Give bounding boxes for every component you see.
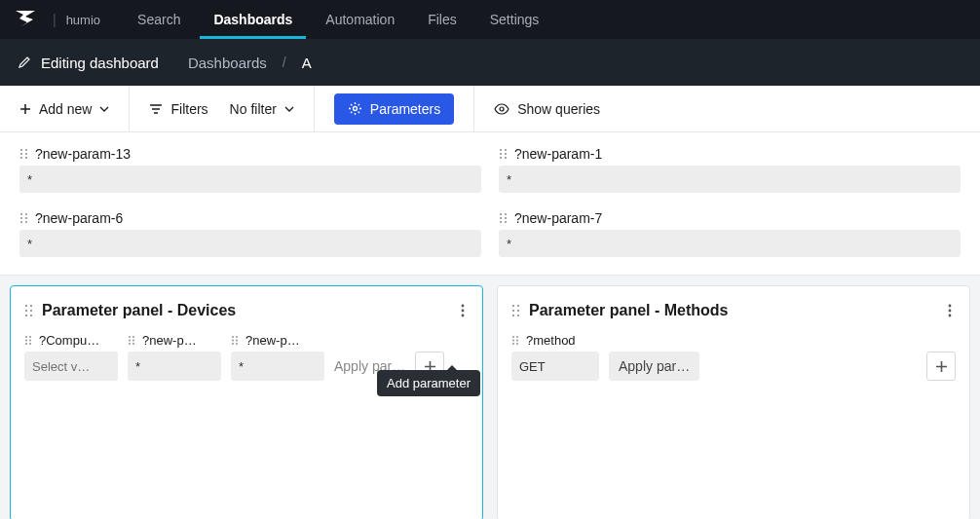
- svg-point-63: [516, 336, 518, 338]
- svg-point-36: [29, 336, 31, 338]
- param-input[interactable]: [19, 166, 481, 193]
- nav-settings[interactable]: Settings: [476, 0, 553, 39]
- drag-handle-icon[interactable]: [128, 335, 136, 346]
- drag-handle-icon[interactable]: [19, 212, 29, 224]
- panel-methods[interactable]: Parameter panel - Methods ?method Apply …: [497, 285, 970, 519]
- svg-point-31: [30, 315, 32, 316]
- drag-handle-icon[interactable]: [511, 335, 520, 346]
- panel-title-text: Parameter panel - Methods: [529, 302, 729, 319]
- add-parameter-button[interactable]: [926, 352, 956, 381]
- nav-dashboards[interactable]: Dashboards: [200, 0, 306, 39]
- editing-label: Editing dashboard: [41, 55, 159, 71]
- svg-point-40: [29, 343, 31, 345]
- svg-point-33: [462, 310, 465, 313]
- svg-point-7: [25, 157, 27, 159]
- svg-point-47: [232, 336, 234, 338]
- breadcrumb-dashboards[interactable]: Dashboards: [188, 55, 267, 71]
- param-input[interactable]: [499, 166, 961, 193]
- param-input[interactable]: [128, 352, 221, 381]
- panel-menu-button[interactable]: [944, 300, 956, 321]
- svg-point-14: [20, 213, 22, 215]
- svg-point-27: [30, 305, 32, 307]
- panel-menu-button[interactable]: [457, 300, 469, 321]
- svg-point-29: [30, 310, 32, 312]
- filters-button[interactable]: Filters: [149, 101, 207, 117]
- svg-point-35: [25, 336, 27, 338]
- panel-param: ?method: [511, 333, 599, 381]
- drag-handle-icon[interactable]: [24, 304, 34, 317]
- chevron-down-icon: [99, 106, 109, 112]
- svg-point-41: [129, 336, 131, 338]
- svg-point-6: [20, 157, 22, 159]
- svg-point-11: [505, 153, 507, 155]
- param-block: ?new-param-7: [499, 210, 961, 257]
- drag-handle-icon[interactable]: [231, 335, 240, 346]
- svg-point-61: [949, 315, 952, 317]
- param-block: ?new-param-6: [19, 210, 481, 257]
- svg-point-18: [20, 221, 22, 223]
- svg-point-9: [505, 149, 507, 151]
- param-input[interactable]: [24, 352, 118, 381]
- eye-icon: [494, 103, 509, 115]
- toolbar: Add new Filters No filter Parameters: [0, 86, 980, 132]
- breadcrumb-sep: /: [283, 55, 286, 70]
- svg-point-65: [516, 340, 518, 342]
- show-queries-label: Show queries: [517, 101, 600, 117]
- panel-title-text: Parameter panel - Devices: [42, 302, 236, 319]
- nav-files[interactable]: Files: [414, 0, 471, 39]
- param-block: ?new-param-1: [499, 146, 961, 193]
- svg-point-28: [25, 310, 27, 312]
- filter-icon: [149, 103, 163, 115]
- param-input[interactable]: [231, 352, 324, 381]
- parameters-button[interactable]: Parameters: [334, 93, 454, 125]
- nav-automation[interactable]: Automation: [312, 0, 408, 39]
- param-label-text: ?method: [526, 333, 576, 348]
- svg-point-62: [512, 336, 514, 338]
- param-label-text: ?new-param-1: [514, 146, 602, 162]
- param-input[interactable]: [511, 352, 599, 381]
- drag-handle-icon[interactable]: [24, 335, 33, 346]
- param-input[interactable]: [499, 230, 961, 257]
- svg-point-25: [505, 221, 507, 223]
- panels-area: Parameter panel - Devices ?Compu… ?new-p…: [0, 276, 980, 519]
- gear-icon: [348, 101, 362, 116]
- svg-point-53: [512, 305, 514, 307]
- svg-point-45: [129, 343, 131, 345]
- param-label-text: ?Compu…: [39, 333, 99, 348]
- apply-parameters-button[interactable]: Apply par…: [609, 352, 699, 381]
- svg-point-55: [512, 310, 514, 312]
- param-label-text: ?new-param-6: [35, 210, 123, 226]
- svg-point-23: [505, 217, 507, 219]
- svg-point-10: [500, 153, 502, 155]
- svg-point-12: [500, 157, 502, 159]
- top-nav: | humio Search Dashboards Automation Fil…: [0, 0, 980, 39]
- drag-handle-icon[interactable]: [19, 148, 29, 160]
- parameters-label: Parameters: [370, 101, 440, 117]
- panel-devices[interactable]: Parameter panel - Devices ?Compu… ?new-p…: [10, 285, 483, 519]
- breadcrumb-current: A: [302, 55, 312, 71]
- show-queries-button[interactable]: Show queries: [494, 101, 600, 117]
- param-label-text: ?new-param-13: [35, 146, 131, 162]
- nav-search[interactable]: Search: [124, 0, 194, 39]
- svg-point-50: [236, 340, 238, 342]
- add-new-button[interactable]: Add new: [19, 101, 109, 117]
- drag-handle-icon[interactable]: [499, 148, 509, 160]
- breadcrumb-bar: Editing dashboard Dashboards / A: [0, 39, 980, 86]
- svg-point-17: [25, 217, 27, 219]
- svg-point-64: [512, 340, 514, 342]
- svg-point-16: [20, 217, 22, 219]
- no-filter-label: No filter: [230, 101, 277, 117]
- param-block: ?new-param-13: [19, 146, 481, 193]
- svg-point-34: [462, 315, 465, 317]
- param-input[interactable]: [19, 230, 481, 257]
- svg-point-59: [949, 305, 952, 308]
- drag-handle-icon[interactable]: [499, 212, 509, 224]
- svg-point-51: [232, 343, 234, 345]
- panel-param: ?new-p…: [231, 333, 324, 381]
- svg-point-3: [25, 149, 27, 151]
- brand-name: humio: [66, 13, 108, 27]
- drag-handle-icon[interactable]: [511, 304, 521, 317]
- svg-point-2: [20, 149, 22, 151]
- svg-point-0: [353, 107, 357, 111]
- no-filter-dropdown[interactable]: No filter: [230, 101, 294, 117]
